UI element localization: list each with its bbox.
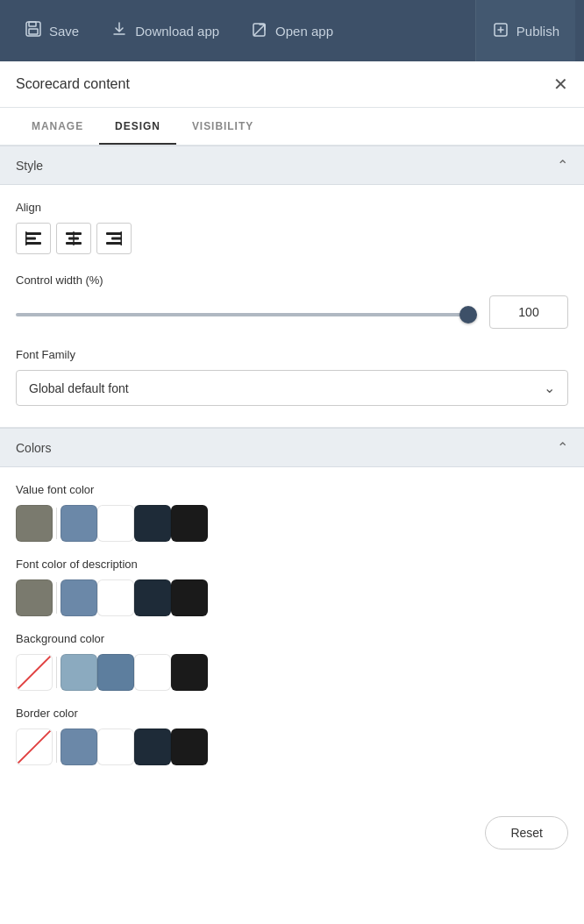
slider-value-display: 100: [489, 295, 568, 329]
swatch-black[interactable]: [171, 505, 208, 542]
swatch-dark-blue[interactable]: [134, 505, 171, 542]
svg-rect-6: [25, 238, 36, 240]
background-color-label: Background color: [16, 632, 568, 645]
swatch-black[interactable]: [171, 654, 208, 691]
swatch-blue-mid[interactable]: [97, 654, 134, 691]
download-app-button[interactable]: Download app: [95, 0, 235, 61]
font-color-description-label: Font color of description: [16, 558, 568, 571]
swatch-none[interactable]: [16, 729, 53, 765]
slider-row: 100: [16, 295, 568, 329]
close-icon: ✕: [553, 75, 568, 94]
style-section-header[interactable]: Style ⌃: [0, 146, 584, 185]
align-right-button[interactable]: [96, 223, 132, 254]
publish-icon: [492, 21, 509, 41]
download-label: Download app: [135, 24, 219, 39]
swatch-grey[interactable]: [16, 579, 53, 616]
background-color-field: Background color: [16, 632, 568, 691]
swatch-black[interactable]: [171, 579, 208, 616]
font-family-label: Font Family: [16, 348, 568, 361]
slider-wrapper: [16, 304, 477, 320]
swatch-blue-light[interactable]: [61, 579, 97, 616]
tab-design[interactable]: DESIGN: [99, 108, 176, 145]
colors-section-header[interactable]: Colors ⌃: [0, 428, 584, 467]
style-collapse-icon[interactable]: ⌃: [557, 157, 568, 174]
swatch-divider: [56, 657, 57, 688]
reset-label: Reset: [510, 826, 543, 840]
font-color-description-field: Font color of description: [16, 558, 568, 616]
swatch-blue-pale[interactable]: [61, 654, 97, 691]
svg-rect-15: [106, 242, 122, 245]
font-family-value: Global default font: [29, 381, 129, 395]
svg-rect-7: [25, 242, 41, 245]
panel-header: Scorecard content ✕: [0, 61, 584, 108]
swatch-black[interactable]: [171, 729, 208, 765]
value-font-color-label: Value font color: [16, 483, 568, 496]
svg-rect-12: [73, 231, 75, 245]
colors-section-content: Value font color Font color of descripti…: [0, 467, 584, 802]
align-group: [16, 223, 568, 254]
svg-rect-14: [111, 238, 122, 240]
swatch-divider: [56, 508, 57, 539]
background-color-swatches: [16, 654, 568, 691]
style-section-content: Align: [0, 185, 584, 428]
svg-rect-5: [25, 232, 41, 235]
save-button[interactable]: Save: [9, 0, 95, 61]
align-center-button[interactable]: [56, 223, 91, 254]
svg-rect-8: [25, 231, 27, 245]
border-color-swatches: [16, 729, 568, 765]
save-icon: [25, 20, 42, 42]
open-app-button[interactable]: Open app: [235, 0, 349, 61]
font-color-description-swatches: [16, 579, 568, 616]
svg-rect-2: [29, 29, 38, 34]
swatch-divider: [56, 582, 57, 614]
align-right-icon: [104, 229, 124, 248]
swatch-blue-light[interactable]: [61, 729, 97, 765]
colors-collapse-icon[interactable]: ⌃: [557, 439, 568, 456]
publish-button[interactable]: Publish: [475, 0, 575, 61]
style-section-title: Style: [16, 159, 43, 173]
tabs-bar: MANAGE DESIGN VISIBILITY: [0, 108, 584, 146]
font-family-dropdown[interactable]: Global default font ⌄: [16, 370, 568, 406]
reset-button[interactable]: Reset: [485, 816, 568, 849]
swatch-dark-blue[interactable]: [134, 729, 171, 765]
align-label: Align: [16, 201, 568, 214]
swatch-white[interactable]: [97, 505, 134, 542]
value-font-color-field: Value font color: [16, 483, 568, 542]
toolbar: Save Download app Open app Publish: [0, 0, 584, 61]
panel-title: Scorecard content: [16, 76, 130, 92]
open-app-icon: [251, 21, 268, 41]
align-center-icon: [64, 229, 83, 248]
colors-section-title: Colors: [16, 441, 51, 455]
tab-visibility[interactable]: VISIBILITY: [176, 108, 269, 145]
border-color-label: Border color: [16, 707, 568, 720]
swatch-white[interactable]: [97, 579, 134, 616]
control-width-label: Control width (%): [16, 274, 568, 287]
swatch-white[interactable]: [134, 654, 171, 691]
tab-manage[interactable]: MANAGE: [16, 108, 99, 145]
panel-footer: Reset: [0, 802, 584, 864]
svg-rect-13: [106, 232, 122, 235]
publish-label: Publish: [516, 24, 559, 39]
swatch-divider: [56, 731, 57, 763]
swatch-white[interactable]: [97, 729, 134, 765]
save-label: Save: [49, 24, 79, 39]
open-app-label: Open app: [275, 24, 333, 39]
download-icon: [110, 20, 128, 42]
close-button[interactable]: ✕: [553, 75, 568, 93]
value-font-color-swatches: [16, 505, 568, 542]
swatch-dark-blue[interactable]: [134, 579, 171, 616]
border-color-field: Border color: [16, 707, 568, 765]
svg-rect-1: [29, 22, 36, 26]
svg-rect-16: [121, 231, 123, 245]
swatch-blue-light[interactable]: [61, 505, 97, 542]
align-left-button[interactable]: [16, 223, 51, 254]
swatch-none[interactable]: [16, 654, 53, 691]
control-width-slider[interactable]: [16, 313, 477, 316]
font-family-chevron-icon: ⌄: [544, 380, 555, 396]
swatch-grey[interactable]: [16, 505, 53, 542]
align-left-icon: [24, 229, 43, 248]
